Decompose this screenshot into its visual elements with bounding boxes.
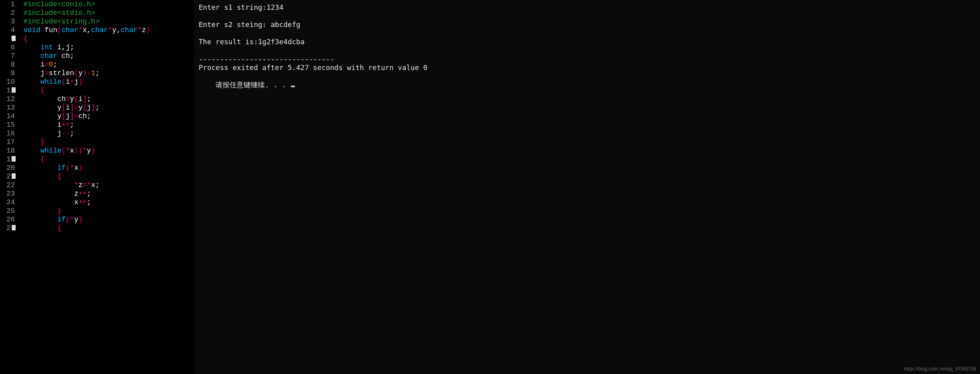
console-output-pane[interactable]: Enter s1 string:1234Enter s2 steing: abc… — [194, 0, 980, 374]
line-number-gutter: 1234567891011121314151617-18192021222324… — [0, 0, 19, 374]
code-line[interactable]: x++; — [23, 198, 194, 207]
console-prompt-line: 请按任意键继续. . . — [199, 72, 975, 98]
line-number: 16 — [0, 129, 15, 138]
line-number: 14 — [0, 112, 15, 120]
line-number: 12 — [0, 95, 15, 103]
code-line[interactable]: { — [23, 172, 194, 181]
code-editor-pane[interactable]: 1234567891011121314151617-18192021222324… — [0, 0, 194, 374]
line-number: 27 — [0, 224, 15, 232]
console-output-line: Enter s1 string:1234 — [199, 3, 975, 12]
line-number: 26 — [0, 215, 15, 224]
line-number: 5 — [0, 34, 15, 43]
code-line[interactable]: if(*x) — [23, 164, 194, 172]
code-line[interactable]: y[i]=y[j]; — [23, 103, 194, 112]
line-number: 9 — [0, 69, 15, 77]
line-number: 23 — [0, 189, 15, 198]
code-line[interactable]: ch=y[i]; — [23, 95, 194, 103]
code-line[interactable]: { — [23, 34, 194, 43]
fold-dash-icon: - — [18, 142, 21, 150]
line-number: 17- — [0, 138, 15, 146]
code-line[interactable]: j=strlen(y)-1; — [23, 69, 194, 77]
fold-marker-icon[interactable] — [12, 36, 16, 41]
code-line[interactable]: { — [23, 86, 194, 95]
console-output-line — [199, 12, 975, 20]
console-output-line: -------------------------------- — [199, 55, 975, 63]
code-line[interactable]: while(i<j) — [23, 77, 194, 86]
code-line[interactable]: #include<string.h> — [23, 17, 194, 26]
code-area[interactable]: #include<conio.h>#include<stdio.h>#inclu… — [19, 0, 194, 374]
code-line[interactable]: y[j]=ch; — [23, 112, 194, 120]
line-number: 1 — [0, 0, 15, 9]
code-line[interactable]: while(*x||*y) — [23, 146, 194, 155]
line-number: 3 — [0, 17, 15, 26]
console-output-line: Process exited after 5.427 seconds with … — [199, 63, 975, 72]
fold-dash-icon: - — [18, 210, 21, 219]
code-line[interactable]: i++; — [23, 120, 194, 129]
code-line[interactable]: *z=*x; — [23, 181, 194, 189]
code-line[interactable]: if(*y) — [23, 215, 194, 224]
line-number: 8 — [0, 60, 15, 69]
console-cursor — [291, 86, 295, 87]
line-number: 4 — [0, 26, 15, 34]
code-line[interactable]: char ch; — [23, 52, 194, 60]
code-line[interactable]: i=0; — [23, 60, 194, 69]
fold-marker-icon[interactable] — [12, 87, 16, 93]
fold-marker-icon[interactable] — [12, 225, 16, 230]
line-number: 6 — [0, 43, 15, 52]
line-number: 15 — [0, 120, 15, 129]
console-prompt-text: 请按任意键继续. . . — [215, 81, 290, 89]
line-number: 13 — [0, 103, 15, 112]
code-line[interactable]: { — [23, 155, 194, 164]
line-number: 18 — [0, 146, 15, 155]
code-line[interactable]: } — [23, 207, 194, 215]
code-line[interactable]: #include<stdio.h> — [23, 9, 194, 17]
code-line[interactable]: #include<conio.h> — [23, 0, 194, 9]
fold-marker-icon[interactable] — [12, 156, 16, 162]
line-number: 21 — [0, 172, 15, 181]
line-number: 22 — [0, 181, 15, 189]
line-number: 11 — [0, 86, 15, 95]
line-number: 24 — [0, 198, 15, 207]
line-number: 19 — [0, 155, 15, 164]
console-output-line — [199, 46, 975, 55]
code-line[interactable]: j--; — [23, 129, 194, 138]
console-output-line — [199, 29, 975, 38]
line-number: 20 — [0, 164, 15, 172]
code-line[interactable]: void fun(char*x,char*y,char*z) — [23, 26, 194, 34]
code-line[interactable]: int i,j; — [23, 43, 194, 52]
code-line[interactable]: } — [23, 138, 194, 146]
console-output-line: Enter s2 steing: abcdefg — [199, 20, 975, 29]
code-line[interactable]: z++; — [23, 189, 194, 198]
line-number: 7 — [0, 52, 15, 60]
line-number: 2 — [0, 9, 15, 17]
line-number: 10 — [0, 77, 15, 86]
fold-marker-icon[interactable] — [12, 173, 16, 179]
watermark-text: https://blog.csdn.net/qq_45385706 — [904, 366, 976, 372]
code-line[interactable]: { — [23, 224, 194, 232]
console-output-line: The result is:1g2f3e4dcba — [199, 38, 975, 46]
line-number: 25- — [0, 207, 15, 215]
